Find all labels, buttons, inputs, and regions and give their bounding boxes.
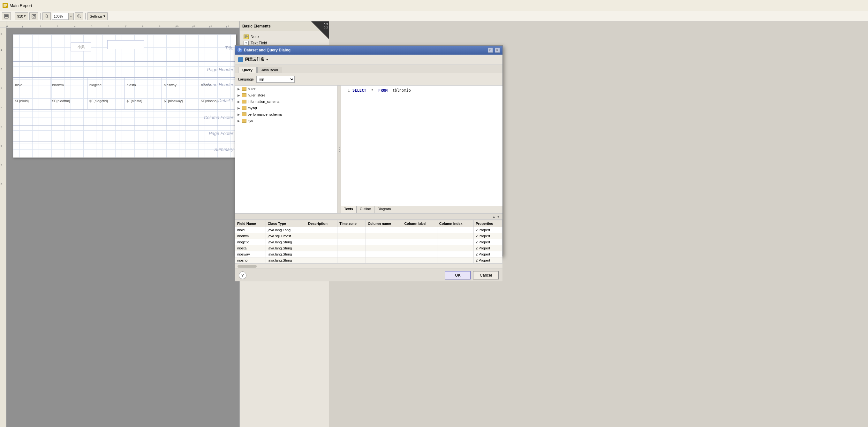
tree-label-huier-store: huier_store <box>248 93 265 97</box>
toolbar-layout-btn[interactable] <box>2 12 11 20</box>
sql-tab-diagram[interactable]: Diagram <box>374 206 395 213</box>
toolbar-preview-btn[interactable] <box>29 12 38 20</box>
cell-field-niodttm: niodttm <box>235 233 266 239</box>
cell-props-nioid: 2 Propert <box>474 227 502 233</box>
table-row[interactable]: nioid java.lang.Long 2 Propert <box>235 227 502 233</box>
cell-class-niosway: java.lang.String <box>266 251 306 257</box>
language-label: Language <box>238 77 254 81</box>
corner-badge-container: 0.3 0.2 <box>311 21 329 39</box>
datasource-dropdown-btn[interactable]: ▾ <box>266 58 268 62</box>
sql-tab-outline[interactable]: Outline <box>356 206 374 213</box>
svg-rect-5 <box>5 15 8 16</box>
sql-select-keyword: SELECT <box>352 88 366 93</box>
col-header-niosno: niosno <box>199 78 236 92</box>
dialog-ok-btn[interactable]: OK <box>445 271 470 279</box>
dialog-splitter[interactable] <box>337 86 341 213</box>
vtick-1: 1 <box>1 49 2 52</box>
note-label: Note <box>251 34 258 39</box>
cell-colname-niosno <box>366 257 402 264</box>
cell-field-niosway: niosway <box>235 251 266 257</box>
tree-label-information-schema: information_schema <box>248 100 279 103</box>
settings-btn[interactable]: Settings ▾ <box>88 12 107 20</box>
dialog-minimize-btn[interactable]: □ <box>488 48 493 53</box>
th-properties: Properties <box>474 220 502 227</box>
section-page-footer: Page Footer <box>13 125 236 142</box>
table-row[interactable]: niodttm java.sql.Timest... 2 Propert <box>235 233 502 239</box>
dialog-action-btns: OK Cancel <box>445 271 499 279</box>
small-text-content: 小风 <box>78 45 85 50</box>
small-text-box[interactable]: 小风 <box>70 42 91 52</box>
cell-tz-niosway <box>337 251 366 257</box>
title-text-box[interactable] <box>107 40 144 49</box>
cell-colidx-niosno <box>437 257 473 264</box>
db-icon-huier-store <box>242 93 246 97</box>
db-icon-mysql <box>242 106 246 110</box>
cell-tz-nioid <box>337 227 366 233</box>
zoom-control[interactable]: 100% ▾ <box>52 13 74 20</box>
tab-query[interactable]: Query <box>238 67 257 73</box>
arrow-down[interactable]: ▼ <box>497 215 500 218</box>
tree-item-huier-store[interactable]: ▶ huier_store <box>235 92 337 98</box>
tree-item-huier[interactable]: ▶ huier <box>235 86 337 92</box>
chevron-icon-2: ▶ <box>238 94 241 97</box>
detail-cells: $F{nioid} $F{niodttm} $F{niogctid} $F{ni… <box>13 92 236 109</box>
tab-javabean[interactable]: Java Bean <box>257 67 282 73</box>
table-row[interactable]: niosway java.lang.String 2 Propert <box>235 251 502 257</box>
toolbar-number-btn[interactable]: 910 ▾ <box>15 12 28 20</box>
zoom-input[interactable]: 100% <box>52 14 68 18</box>
language-select[interactable]: sql groovy <box>256 76 294 83</box>
cell-colidx-nioid <box>437 227 473 233</box>
cell-class-niosno: java.lang.String <box>266 257 306 264</box>
canvas-scroll-area: 0 1 2 3 4 5 6 7 8 <box>0 28 240 427</box>
cell-colname-niosway <box>366 251 402 257</box>
sql-line-num-1: 1 <box>343 88 350 93</box>
dialog-title: Dataset and Query Dialog <box>244 48 486 52</box>
dialog-cancel-btn[interactable]: Cancel <box>473 271 499 279</box>
tree-item-information-schema[interactable]: ▶ information_schema <box>235 98 337 105</box>
sql-tab-texts[interactable]: Texts <box>341 206 356 213</box>
zoom-dropdown-btn[interactable]: ▾ <box>68 13 73 20</box>
dialog-footer: ? OK Cancel <box>235 269 502 281</box>
dialog-body: ▶ huier ▶ huier_store ▶ information_sche… <box>235 86 502 213</box>
ruler-row: 0 1 2 3 4 5 6 7 8 9 10 11 12 13 <box>0 21 240 28</box>
tree-label-huier: huier <box>248 87 255 91</box>
arrow-up[interactable]: ▲ <box>492 215 495 218</box>
table-row[interactable]: niogctid java.lang.String 2 Propert <box>235 239 502 245</box>
chevron-icon-3: ▶ <box>238 100 241 103</box>
dialog-close-btn[interactable]: ✕ <box>495 48 500 53</box>
dialog-help-btn[interactable]: ? <box>239 271 246 279</box>
tree-item-sys[interactable]: ▶ sys <box>235 118 337 124</box>
chevron-icon-5: ▶ <box>238 113 241 116</box>
detail-niogctid: $F{niogctid} <box>88 92 125 109</box>
datasource-icon <box>238 57 243 62</box>
vtick-0: 0 <box>1 33 2 35</box>
section-col-header: nioid niodttm niogctid niosta <box>13 78 236 92</box>
table-row[interactable]: niosno java.lang.String 2 Propert <box>235 257 502 264</box>
dialog-sql-editor[interactable]: 1 SELECT * FROM tblnomio <box>341 86 502 206</box>
col-header-niogctid: niogctid <box>88 78 125 92</box>
cell-desc-niosno <box>306 257 337 264</box>
th-class-type: Class Type <box>266 220 306 227</box>
cell-desc-niogctid <box>306 239 337 245</box>
separator-1 <box>13 13 13 20</box>
hscroll-thumb[interactable] <box>238 265 257 268</box>
cell-tz-niosno <box>337 257 366 264</box>
tree-item-mysql[interactable]: ▶ mysql <box>235 105 337 111</box>
toolbar-zoom-in-btn[interactable] <box>75 12 83 20</box>
canvas-padding: 小风 Title Page Header <box>6 28 240 164</box>
ruler-tick-11: 11 <box>192 25 195 28</box>
tree-label-mysql: mysql <box>248 106 257 110</box>
dialog-hscrollbar[interactable] <box>235 264 502 269</box>
table-header-row: Field Name Class Type Description Time z… <box>235 220 502 227</box>
cell-props-niosta: 2 Propert <box>474 245 502 251</box>
settings-dropdown-icon: ▾ <box>103 14 105 18</box>
db-icon-perf-schema <box>242 113 246 116</box>
section-page-footer-label: Page Footer <box>209 131 234 136</box>
cell-colidx-niodttm <box>437 233 473 239</box>
tree-label-performance-schema: performance_schema <box>248 113 282 116</box>
toolbar-zoom-out-btn[interactable] <box>42 12 51 20</box>
th-column-name: Column name <box>366 220 402 227</box>
ruler-h-inner: 0 1 2 3 4 5 6 7 8 9 10 11 12 13 <box>6 21 240 28</box>
tree-item-performance-schema[interactable]: ▶ performance_schema <box>235 111 337 118</box>
table-row[interactable]: niosta java.lang.String 2 Propert <box>235 245 502 251</box>
